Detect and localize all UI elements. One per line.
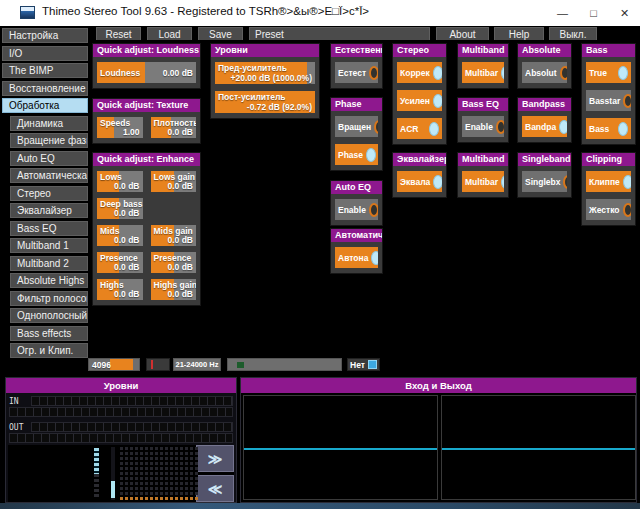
sidebar-item-17[interactable]: Bass effects [10,326,88,341]
sidebar-item-13[interactable]: Multiband 2 [10,256,88,271]
slider-speeds[interactable]: Speeds1.00 [97,117,143,138]
slider-lows-gain[interactable]: Lows gain0.0 dB [151,171,197,192]
minimize-icon[interactable]: — [547,0,578,26]
load-button[interactable]: Load [147,27,192,41]
sidebar-item-15[interactable]: Фильтр полосовой [10,291,88,306]
maximize-icon[interactable]: □ [578,0,609,26]
toggle-multibar[interactable]: Multibar [462,62,504,83]
band-marker-dot [170,497,173,500]
frequency-range-button[interactable]: 21-24000 Hz [173,358,221,371]
toggle-multibar[interactable]: Multibar [462,171,504,192]
toggle-singlebx[interactable]: Singlebx [522,171,567,192]
sidebar-item-5[interactable]: Динамика [10,116,88,131]
sidebar-item-8[interactable]: Автоматическая [10,168,88,183]
slider-пост-усилитель[interactable]: Пост-усилитель-0.72 dB (92.0%) [215,91,315,113]
slider-mids[interactable]: Mids0.0 dB [97,225,143,246]
position-slider-thumb [237,362,244,368]
toggle-label: Multibar [465,68,498,78]
about-button[interactable]: About [436,27,489,41]
toggle-enable[interactable]: Enable [335,199,378,220]
slider-loudness[interactable]: Loudness0.00 dB [97,62,196,83]
toggle-acr[interactable]: ACR [397,118,442,139]
slider-label: Пост-усилитель [218,92,286,102]
sidebar-item-2[interactable]: The BIMP [2,63,88,78]
spectrum-band-column [185,447,188,495]
latency-toggle[interactable]: Нет [347,358,380,371]
toggle-усилен[interactable]: Усилен [397,90,442,111]
sidebar-item-16[interactable]: Однополосный [10,308,88,323]
power-off-button[interactable]: Выкл. [549,27,597,41]
title-bar[interactable]: Thimeo Stereo Tool 9.63 - Registered to … [0,0,640,26]
slider-value: 0.0 dB [167,181,193,191]
toggle-indicator-icon [496,120,504,134]
sidebar-item-4[interactable]: Обработка [2,98,88,113]
slider-mids-gain[interactable]: Mids gain0.0 dB [151,225,197,246]
window-resize-edge[interactable] [0,503,640,509]
toggle-bass[interactable]: Bass [586,118,631,139]
scroll-left-button[interactable]: ≪ [196,475,234,502]
toggle-indicator-icon [623,175,631,189]
spectrum-band-column [165,447,168,495]
toggle-indicator-icon [366,148,376,162]
toggle-эквала[interactable]: Эквала [397,171,442,192]
sidebar-item-9[interactable]: Стерео [10,186,88,201]
close-icon[interactable]: ✕ [609,0,640,26]
sidebar-item-10[interactable]: Эквалайзер [10,203,88,218]
save-button[interactable]: Save [198,27,243,41]
sidebar-item-12[interactable]: Multiband 1 [10,238,88,253]
sidebar-item-1[interactable]: I/O [2,46,88,61]
band-marker-dot [195,497,198,500]
panel-title: Естественн [331,44,382,57]
latency-switch-icon [368,360,377,369]
toggle-label: Коррек [400,68,430,78]
buffer-size-value: 4096 [92,360,111,370]
slider-пред-усилитель[interactable]: Пред-усилитель+20.00 dB (1000.0%) [215,62,315,84]
toggle-phase[interactable]: Phase [335,144,378,165]
toggle-естест[interactable]: Естест [335,62,378,83]
spectrum-band-column [160,447,163,495]
buffer-size-slider[interactable]: 4096 [88,358,140,371]
reset-button[interactable]: Reset [96,27,141,41]
spectrum-band-column [140,447,143,495]
slider-value: 1.00 [123,127,140,137]
toggle-label: Усилен [400,96,430,106]
toggle-автона[interactable]: Автона [335,247,378,268]
toggle-true[interactable]: True [586,62,631,83]
sidebar-item-0[interactable]: Настройка [2,28,88,43]
slider-value: 0.00 dB [163,68,193,78]
sidebar-item-3[interactable]: Восстановление [2,81,88,96]
slider-плотность[interactable]: Плотность0.0 dB [151,117,197,138]
position-slider[interactable] [227,358,342,371]
panel-natural: ЕстественнЕстест [330,43,383,89]
sidebar-item-18[interactable]: Огр. и Клип. [10,343,88,358]
help-button[interactable]: Help [494,27,544,41]
slider-deep-bass[interactable]: Deep bass0.0 dB [97,198,143,219]
toggle-вращен[interactable]: Вращен [335,116,378,137]
slider-presence[interactable]: Presence0.0 dB [151,252,197,273]
scroll-right-button[interactable]: ≫ [196,445,234,472]
slider-highs-gain[interactable]: Highs gain0.0 dB [151,279,197,300]
slider-lows[interactable]: Lows0.0 dB [97,171,143,192]
toggle-bandpa[interactable]: Bandpa [522,116,567,137]
toggle-коррек[interactable]: Коррек [397,62,442,83]
slider-presence[interactable]: Presence0.0 dB [97,252,143,273]
panel-title: Эквалайзер [393,153,446,166]
sidebar-item-14[interactable]: Absolute Highs [10,273,88,288]
sidebar-item-11[interactable]: Bass EQ [10,221,88,236]
panel-title: Quick adjust: Enhance [93,153,200,166]
toggle-absolut[interactable]: Absolut [522,62,567,83]
toggle-indicator-icon [433,66,442,80]
toggle-label: Multibar [465,177,498,187]
in-label: IN [9,397,31,406]
sidebar-item-6[interactable]: Вращение фазы [10,133,88,148]
toggle-basstar[interactable]: Basstar [586,90,631,111]
input-scope-baseline [244,448,437,450]
toggle-клиппе[interactable]: Клиппе [586,171,631,192]
slider-highs[interactable]: Highs0.0 dB [97,279,143,300]
toggle-жестко[interactable]: Жестко [586,199,631,220]
preset-button[interactable]: Preset [249,27,430,41]
panel-title: Bass EQ [458,98,508,111]
sidebar-item-7[interactable]: Auto EQ [10,151,88,166]
toggle-indicator-icon [623,203,631,217]
toggle-enable[interactable]: Enable [462,116,504,137]
